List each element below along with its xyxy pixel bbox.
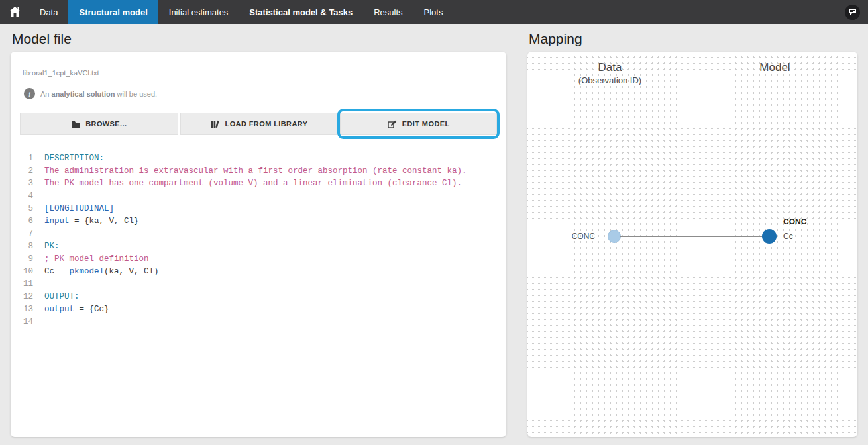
model-output-labels: CONC Cc [783, 217, 806, 242]
load-from-library-button[interactable]: LOAD FROM LIBRARY [180, 113, 339, 135]
tab-results[interactable]: Results [363, 0, 413, 24]
code-line: 12OUTPUT: [20, 291, 497, 303]
tab-plots[interactable]: Plots [413, 0, 454, 24]
top-nav: DataStructural modelInitial estimatesSta… [0, 0, 868, 24]
mapping-connection-row: CONC CONC Cc [527, 223, 857, 250]
mapping-card: Data (Observation ID) Model CONC CONC Cc [527, 52, 857, 437]
code-line: 4 [20, 190, 497, 203]
code-line: 5[LONGITUDINAL] [20, 203, 497, 215]
load-from-library-button-label: LOAD FROM LIBRARY [225, 120, 308, 128]
model-output-sublabel: Cc [783, 231, 806, 242]
model-file-actions: BROWSE... LOAD FROM LIBRARY [20, 113, 497, 135]
code-line: 9; PK model definition [20, 253, 497, 266]
tab-statistical-model-tasks[interactable]: Statistical model & Tasks [239, 0, 363, 24]
main-content: Model file lib:oral1_1cpt_kaVCl.txt i An… [0, 24, 868, 445]
model-file-title: Model file [12, 31, 506, 47]
code-line: 7 [20, 228, 497, 240]
info-row: i An analytical solution will be used. [24, 88, 497, 99]
model-column: Model [692, 61, 857, 85]
browse-button[interactable]: BROWSE... [20, 113, 178, 135]
folder-icon [71, 120, 80, 128]
code-line: 3The PK model has one compartment (volum… [20, 177, 497, 190]
data-observation-label: CONC [527, 232, 606, 241]
edit-model-highlight: EDIT MODEL [340, 113, 497, 135]
code-line: 8PK: [20, 240, 497, 253]
data-column-subheader: (Observation ID) [527, 75, 692, 85]
info-text: An analytical solution will be used. [40, 90, 157, 98]
edit-pencil-icon [388, 120, 397, 128]
edit-model-button-label: EDIT MODEL [402, 120, 450, 128]
code-line: 1DESCRIPTION: [20, 152, 497, 165]
mapping-title: Mapping [529, 31, 857, 47]
model-output-label: CONC [783, 217, 806, 227]
mapping-section: Mapping Data (Observation ID) Model CONC… [527, 28, 857, 437]
chat-icon [848, 8, 857, 16]
connection-line [620, 236, 763, 237]
info-icon: i [24, 88, 35, 99]
code-line: 2The administration is extravascular wit… [20, 165, 497, 177]
model-column-header: Model [692, 61, 857, 74]
nav-tabs: DataStructural modelInitial estimatesSta… [29, 0, 453, 24]
data-column: Data (Observation ID) [527, 61, 692, 85]
code-line: 11 [20, 278, 497, 291]
mapping-headers: Data (Observation ID) Model [527, 52, 857, 85]
tab-initial-estimates[interactable]: Initial estimates [158, 0, 239, 24]
home-button[interactable] [0, 0, 29, 24]
model-file-card: lib:oral1_1cpt_kaVCl.txt i An analytical… [11, 52, 506, 437]
edit-model-button[interactable]: EDIT MODEL [340, 113, 497, 135]
code-line: 6input = {ka, V, Cl} [20, 215, 497, 228]
code-line: 10Cc = pkmodel(ka, V, Cl) [20, 266, 497, 278]
tab-data[interactable]: Data [29, 0, 68, 24]
code-line: 14 [20, 316, 497, 328]
model-file-section: Model file lib:oral1_1cpt_kaVCl.txt i An… [11, 28, 506, 437]
library-books-icon [211, 120, 220, 128]
data-column-header: Data [527, 61, 692, 74]
model-node[interactable] [762, 229, 777, 244]
library-file-name: lib:oral1_1cpt_kaVCl.txt [23, 69, 497, 77]
tab-structural-model[interactable]: Structural model [68, 0, 158, 24]
code-line: 13output = {Cc} [20, 303, 497, 316]
chat-button[interactable] [845, 5, 860, 20]
home-icon [9, 7, 21, 17]
data-node[interactable] [608, 230, 621, 243]
code-editor[interactable]: 1DESCRIPTION:2The administration is extr… [20, 152, 497, 328]
browse-button-label: BROWSE... [85, 120, 127, 128]
nav-right [845, 0, 868, 24]
